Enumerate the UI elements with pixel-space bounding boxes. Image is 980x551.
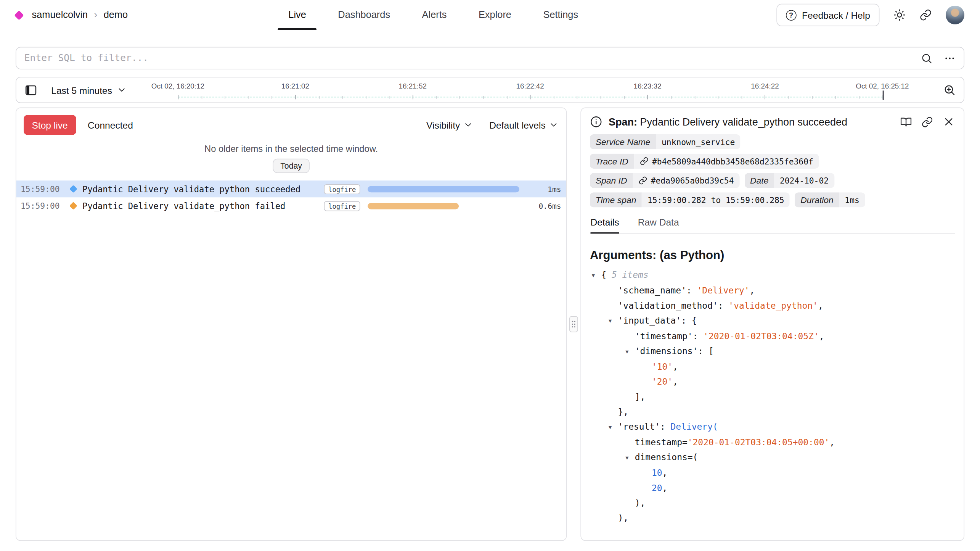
arguments-heading: Arguments: (as Python) [590,249,955,263]
timeline-tick-label: 16:24:22 [751,82,779,90]
attribute-label: Date [744,173,774,188]
token-plain: ), [635,498,646,508]
nav-tab-alerts[interactable]: Alerts [411,0,458,30]
timeline-minor-tick [507,96,508,99]
share-link-icon[interactable] [919,9,932,21]
log-row-tag[interactable]: logfire [324,201,360,211]
live-feed-controls: Visibility Default levels [426,119,559,130]
span-detail-panel: Span: Pydantic Delivery validate_python … [580,108,964,541]
tree-line: ▾'input_data': { [590,313,955,329]
visibility-dropdown[interactable]: Visibility [426,119,473,130]
live-feed-panel: Stop live Connected Visibility Default l… [16,108,567,541]
attribute-label: Span ID [590,173,633,188]
tree-line: ), [590,510,955,525]
token-key: 'validation_method' [618,300,718,310]
sql-filter-bar [16,47,964,69]
tree-line: 20, [590,480,955,495]
collapse-caret-icon[interactable]: ▾ [609,314,618,329]
tree-line: ▾dimensions=( [590,450,955,466]
log-row[interactable]: 15:59:00Pydantic Delivery validate_pytho… [16,197,566,214]
breadcrumb-project[interactable]: demo [104,10,128,21]
sql-filter-input[interactable] [24,53,909,64]
docs-book-icon[interactable] [900,116,912,128]
collapse-caret-icon[interactable]: ▾ [592,268,601,283]
arguments-tree: ▾{ 5 items'schema_name': 'Delivery','val… [590,267,955,525]
log-row-duration: 1ms [531,185,561,193]
token-plain: : [693,331,704,341]
timeline-minor-tick [694,96,695,99]
close-icon[interactable] [943,116,955,128]
timeline-minor-tick [319,96,320,99]
link-icon [639,157,648,166]
breadcrumb-separator-icon: › [94,10,98,21]
main-nav-tabs: LiveDashboardsAlertsExploreSettings [278,0,589,30]
stop-live-button[interactable]: Stop live [24,115,76,135]
tree-line: timestamp='2020-01-02T03:04:05+00:00', [590,435,955,450]
log-rows: 15:59:00Pydantic Delivery validate_pytho… [16,180,566,214]
log-row[interactable]: 15:59:00Pydantic Delivery validate_pytho… [16,180,566,197]
token-plain: ), [618,513,629,523]
timeline-minor-tick [718,96,719,99]
timeline-minor-tick [366,96,366,99]
timeline-major-tick [647,95,648,99]
default-levels-dropdown[interactable]: Default levels [489,119,559,130]
nav-tab-live[interactable]: Live [278,0,316,30]
log-row-duration-track [368,186,523,192]
more-options-icon[interactable] [944,52,956,64]
timeline-major-tick [178,95,178,99]
breadcrumb-org[interactable]: samuelcolvin [32,10,88,21]
token-plain: : [ [698,346,713,356]
tree-line: ▾'result': Delivery( [590,419,955,435]
tab-raw-data[interactable]: Raw Data [638,217,679,233]
chevron-down-icon [116,85,126,95]
token-plain: dimensions=( [635,452,698,462]
timeline[interactable]: Oct 02, 16:20:1216:21:0216:21:5216:22:42… [139,77,933,102]
nav-tab-explore[interactable]: Explore [468,0,522,30]
timeline-major-tick [765,95,766,99]
zoom-in-icon[interactable] [943,84,956,96]
timeline-tick-label: Oct 02, 16:20:12 [151,82,204,90]
feedback-help-button[interactable]: ? Feedback / Help [776,4,879,26]
attribute-value: 15:59:00.282 to 15:59:00.285 [642,192,790,207]
tree-line: ▾{ 5 items [590,267,955,283]
timeline-minor-tick [248,96,249,99]
log-row-tag[interactable]: logfire [324,184,360,194]
user-avatar[interactable] [946,6,964,24]
panel-splitter[interactable] [567,108,580,541]
log-row-duration-track [368,203,523,209]
date-chip: Today [273,159,310,173]
attribute-label: Trace ID [590,154,634,169]
nav-tab-settings[interactable]: Settings [533,0,589,30]
timeline-minor-tick [459,96,460,99]
theme-toggle-icon[interactable] [893,9,906,21]
collapse-caret-icon[interactable]: ▾ [625,344,635,359]
timeline-minor-tick [554,96,554,99]
token-plain: , [750,285,755,295]
timeline-major-tick [413,95,413,99]
sidebar-toggle-icon[interactable] [24,84,37,97]
span-detail-header: Span: Pydantic Delivery validate_python … [590,116,955,128]
token-key: 'result' [618,422,660,432]
timeline-tick-label: 16:21:52 [399,82,427,90]
logfire-logo-icon[interactable] [14,10,24,20]
timeline-major-tick [295,95,296,99]
collapse-caret-icon[interactable]: ▾ [625,450,635,465]
breadcrumb: samuelcolvin › demo [16,10,128,21]
attribute-value: 2024-10-02 [774,173,834,188]
splitter-grip-icon[interactable] [569,316,578,332]
link-icon [638,176,647,185]
collapse-caret-icon[interactable]: ▾ [609,420,618,435]
time-range-dropdown[interactable]: Last 5 minutes [51,85,126,95]
top-nav: samuelcolvin › demo LiveDashboardsAlerts… [0,0,980,30]
token-key: 'input_data' [618,316,681,325]
attribute-label: Service Name [590,134,656,149]
timeline-minor-tick [624,96,625,99]
main-content: Stop live Connected Visibility Default l… [16,108,964,541]
nav-tab-dashboards[interactable]: Dashboards [327,0,400,30]
chevron-down-icon [463,120,473,130]
token-plain: { [601,270,612,280]
tab-details[interactable]: Details [591,217,619,233]
copy-link-icon[interactable] [921,116,933,128]
search-icon[interactable] [921,52,932,64]
token-str: 'validate_python' [728,300,818,310]
